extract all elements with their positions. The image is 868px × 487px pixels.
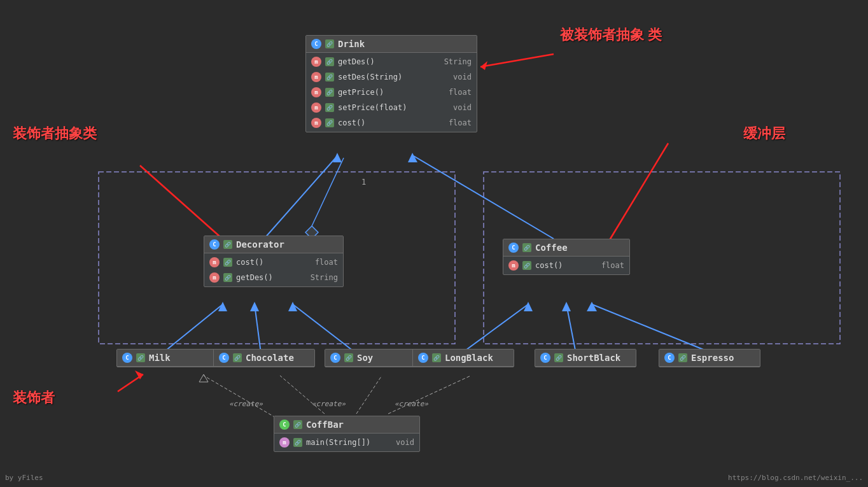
coffee-method-1: m 🔗 cost() float	[503, 258, 629, 273]
svg-text:«create»: «create»	[395, 400, 428, 408]
decorator-method-2: m 🔗 getDes() String	[204, 270, 343, 285]
watermark-right: https://blog.csdn.net/weixin_...	[728, 474, 863, 482]
class-drink: C 🔗 Drink m 🔗 getDes() String m 🔗 setDes…	[305, 35, 477, 132]
svg-line-18	[592, 304, 713, 353]
watermark-left: by yFiles	[5, 474, 43, 482]
svg-line-20	[204, 376, 280, 420]
drink-method-4: m 🔗 setPrice(float) void	[306, 100, 477, 115]
svg-line-22	[280, 376, 325, 414]
svg-marker-15	[524, 302, 533, 311]
class-drink-body: m 🔗 getDes() String m 🔗 setDes(String) v…	[306, 53, 477, 132]
svg-text:«create»: «create»	[229, 400, 263, 408]
class-longblack: C 🔗 LongBlack	[412, 349, 514, 367]
class-decorator-header: C 🔗 Decorator	[204, 236, 343, 253]
class-espresso: C 🔗 Espresso	[659, 349, 760, 367]
svg-line-4	[414, 156, 554, 239]
svg-line-33	[605, 143, 668, 248]
class-link-badge: 🔗	[325, 39, 334, 48]
svg-marker-21	[199, 374, 208, 382]
class-longblack-header: C 🔗 LongBlack	[413, 349, 514, 367]
svg-marker-9	[218, 302, 227, 311]
class-soy-title: Soy	[357, 353, 373, 363]
svg-marker-5	[408, 153, 417, 162]
class-coffbar-header: C 🔗 CoffBar	[274, 416, 419, 434]
class-chocolate-title: Chocolate	[246, 353, 294, 363]
svg-marker-3	[333, 153, 342, 162]
svg-line-35	[118, 374, 143, 392]
class-coffee: C 🔗 Coffee m 🔗 cost() float	[503, 239, 630, 275]
class-coffee-body: m 🔗 cost() float	[503, 257, 629, 274]
annotation-buffer: 缓冲层	[743, 124, 785, 143]
svg-line-12	[293, 304, 356, 353]
class-milk-header: C 🔗 Milk	[117, 349, 218, 367]
svg-marker-11	[250, 302, 259, 311]
svg-marker-19	[587, 302, 597, 311]
svg-marker-13	[288, 302, 297, 311]
diagram-container: 1 «create» «create» «create» 被装饰者抽象 类 装饰…	[0, 0, 868, 487]
class-longblack-title: LongBlack	[445, 353, 493, 363]
class-coffbar-body: m 🔗 main(String[]) void	[274, 434, 419, 451]
svg-line-10	[255, 304, 261, 353]
svg-marker-36	[135, 371, 143, 379]
class-soy-header: C 🔗 Soy	[325, 349, 426, 367]
svg-line-2	[264, 156, 337, 239]
svg-line-7	[312, 158, 344, 226]
decorator-method-1: m 🔗 cost() float	[204, 255, 343, 270]
class-shortblack: C 🔗 ShortBlack	[535, 349, 636, 367]
svg-text:«create»: «create»	[312, 400, 346, 408]
svg-marker-32	[480, 61, 487, 70]
class-milk: C 🔗 Milk	[116, 349, 218, 367]
drink-method-2: m 🔗 setDes(String) void	[306, 69, 477, 85]
class-shortblack-title: ShortBlack	[567, 353, 620, 363]
svg-line-31	[480, 54, 554, 67]
class-soy: C 🔗 Soy	[325, 349, 426, 367]
svg-line-29	[140, 166, 226, 242]
class-decorator-title: Decorator	[236, 239, 284, 250]
svg-line-23	[356, 376, 382, 414]
annotation-decorated-abstract: 被装饰者抽象 类	[560, 25, 662, 45]
coffbar-method-1: m 🔗 main(String[]) void	[274, 435, 419, 450]
class-decorator-body: m 🔗 cost() float m 🔗 getDes() String	[204, 253, 343, 286]
class-coffbar-title: CoffBar	[306, 420, 344, 430]
svg-line-16	[566, 304, 576, 353]
drink-method-5: m 🔗 cost() float	[306, 115, 477, 131]
class-chocolate-header: C 🔗 Chocolate	[214, 349, 314, 367]
class-drink-header: C 🔗 Drink	[306, 36, 477, 53]
svg-marker-17	[562, 302, 571, 311]
svg-line-8	[162, 304, 223, 353]
svg-line-24	[388, 376, 471, 414]
annotation-decorator-abstract: 装饰者抽象类	[13, 124, 97, 143]
class-milk-title: Milk	[149, 353, 171, 363]
svg-line-14	[461, 304, 528, 353]
annotation-decorator: 装饰者	[13, 388, 55, 407]
class-espresso-title: Espresso	[691, 353, 734, 363]
class-coffbar: C 🔗 CoffBar m 🔗 main(String[]) void	[274, 416, 420, 452]
class-coffee-header: C 🔗 Coffee	[503, 239, 629, 257]
class-drink-title: Drink	[338, 39, 365, 49]
class-decorator: C 🔗 Decorator m 🔗 cost() float m 🔗 getDe…	[204, 236, 344, 287]
class-espresso-header: C 🔗 Espresso	[659, 349, 760, 367]
svg-text:1: 1	[361, 178, 366, 187]
drink-method-3: m 🔗 getPrice() float	[306, 85, 477, 100]
drink-method-1: m 🔗 getDes() String	[306, 54, 477, 69]
class-coffee-title: Coffee	[535, 243, 568, 253]
class-shortblack-header: C 🔗 ShortBlack	[535, 349, 636, 367]
class-badge-c: C	[311, 39, 321, 49]
class-chocolate: C 🔗 Chocolate	[213, 349, 315, 367]
